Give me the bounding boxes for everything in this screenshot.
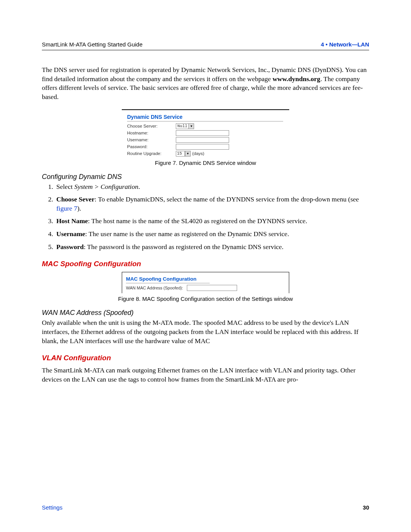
step-2-bold: Choose Sever <box>56 195 95 203</box>
page-footer: Settings 30 <box>42 504 369 511</box>
choose-server-label: Choose Server: <box>127 124 176 128</box>
step-2-text: : To enable DynamicDNS, select the name … <box>95 195 359 203</box>
step-1-pre: Select <box>56 183 74 190</box>
step-1-path: System > Configuration <box>74 183 138 190</box>
intro-paragraph: The DNS server used for registration is … <box>42 66 369 102</box>
choose-server-dropdown[interactable]: Null ▼ <box>176 123 194 129</box>
mac-panel-title: MAC Spoofing Configuration <box>126 276 210 283</box>
routine-upgrade-dropdown[interactable]: ▼ <box>185 151 191 157</box>
configuring-dyndns-heading: Configuring Dynamic DNS <box>42 173 369 181</box>
header-chapter: 4 • Network—LAN <box>321 41 369 48</box>
routine-upgrade-unit: (days) <box>192 151 204 156</box>
wan-mac-input[interactable] <box>187 285 237 291</box>
choose-server-value: Null <box>176 124 188 128</box>
routine-upgrade-row: Routine Upgrade: 15 ▼ (days) <box>127 151 289 157</box>
hostname-row: Hostname: <box>127 130 289 136</box>
password-row: Password: <box>127 144 289 150</box>
step-5-text: : The password is the password as regist… <box>84 243 284 251</box>
step-5-bold: Password <box>56 243 84 251</box>
step-3-text: : The host name is the name of the SL402… <box>88 217 307 225</box>
figure-8-caption: Figure 8. MAC Spoofing Configuration sec… <box>42 296 369 302</box>
password-input[interactable] <box>176 144 229 150</box>
step-2-tail: ). <box>77 204 81 212</box>
hostname-input[interactable] <box>176 130 229 136</box>
step-2: Choose Sever: To enable DynamicDNS, sele… <box>55 195 369 213</box>
wan-mac-label: WAN MAC Address (Spoofed): <box>126 286 187 290</box>
dyndns-panel: Dynamic DNS Service Choose Server: Null … <box>122 109 289 157</box>
routine-upgrade-label: Routine Upgrade: <box>127 151 176 156</box>
step-5: Password: The password is the password a… <box>55 243 369 252</box>
figure-7: Dynamic DNS Service Choose Server: Null … <box>122 109 289 157</box>
footer-section: Settings <box>42 504 62 511</box>
chevron-down-icon: ▼ <box>185 151 190 156</box>
step-3: Host Name: The host name is the name of … <box>55 217 369 226</box>
intro-url: www.dyndns.org <box>272 75 320 83</box>
wan-mac-row: WAN MAC Address (Spoofed): <box>126 285 285 291</box>
vlan-body: The SmartLink M-ATA can mark outgoing Et… <box>42 366 369 384</box>
mac-spoofing-heading: MAC Spoofing Configuration <box>42 260 369 268</box>
figure-8: MAC Spoofing Configuration WAN MAC Addre… <box>122 272 289 293</box>
step-4-text: : The user name is the user name as regi… <box>85 230 289 238</box>
mac-panel: MAC Spoofing Configuration WAN MAC Addre… <box>122 272 289 293</box>
step-3-bold: Host Name <box>56 217 88 225</box>
step-4: Username: The user name is the user name… <box>55 230 369 239</box>
step-4-bold: Username <box>56 230 85 238</box>
wan-mac-body: Only available when the unit is using th… <box>42 318 369 345</box>
username-label: Username: <box>127 137 176 142</box>
chevron-down-icon: ▼ <box>188 124 194 129</box>
wan-mac-subheading: WAN MAC Address (Spoofed) <box>42 309 369 317</box>
header-rule <box>42 50 369 50</box>
header-guide-title: SmartLink M-ATA Getting Started Guide <box>42 41 143 48</box>
vlan-heading: VLAN Configuration <box>42 354 369 362</box>
dyndns-steps-list: Select System > Configuration. Choose Se… <box>42 182 369 252</box>
page: SmartLink M-ATA Getting Started Guide 4 … <box>0 0 411 532</box>
username-row: Username: <box>127 137 289 143</box>
hostname-label: Hostname: <box>127 131 176 135</box>
footer-page-number: 30 <box>363 504 369 511</box>
choose-server-row: Choose Server: Null ▼ <box>127 123 289 129</box>
password-label: Password: <box>127 144 176 149</box>
step-1-post: . <box>138 183 140 190</box>
routine-upgrade-value[interactable]: 15 <box>176 151 185 157</box>
dyndns-panel-title: Dynamic DNS Service <box>127 114 283 121</box>
figure-7-link[interactable]: figure 7 <box>56 204 77 212</box>
username-input[interactable] <box>176 137 229 143</box>
page-header: SmartLink M-ATA Getting Started Guide 4 … <box>42 41 369 48</box>
step-1: Select System > Configuration. <box>55 182 369 192</box>
figure-7-caption: Figure 7. Dynamic DNS Service window <box>42 160 369 166</box>
